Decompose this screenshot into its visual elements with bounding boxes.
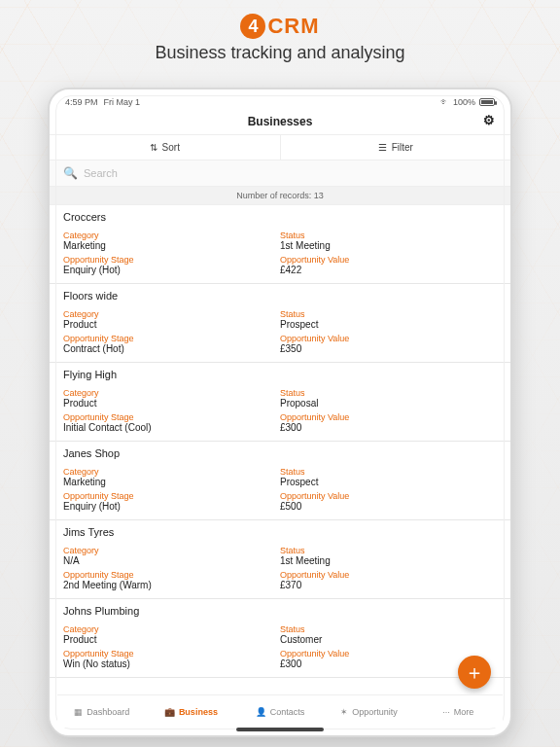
business-card[interactable]: CroccersCategoryMarketingStatus1st Meeti… (50, 205, 510, 284)
category-value: Product (63, 634, 280, 645)
value-label: Opportunity Value (280, 570, 497, 580)
status-value: Proposal (280, 398, 497, 409)
filter-button[interactable]: ☰ Filter (281, 135, 511, 160)
tab-dashboard-label: Dashboard (87, 707, 129, 717)
status-date: Fri May 1 (104, 97, 141, 107)
value-label: Opportunity Value (280, 491, 497, 501)
business-card[interactable]: Johns PlumbingCategoryProductStatusCusto… (50, 599, 510, 678)
stage-value: 2nd Meeting (Warm) (63, 580, 280, 590)
category-label: Category (63, 624, 280, 634)
device-volume-button (510, 208, 512, 247)
value-value: £350 (280, 343, 497, 354)
stage-label: Opportunity Stage (63, 334, 280, 343)
brand-logo-mark: 4 (240, 14, 265, 39)
brand-header: 4 CRM Business tracking and analysing (0, 0, 560, 63)
wifi-icon: ᯤ (440, 97, 449, 107)
business-list: CroccersCategoryMarketingStatus1st Meeti… (50, 205, 510, 678)
category-value: N/A (63, 555, 280, 566)
filter-icon: ☰ (378, 142, 387, 153)
opportunity-icon: ✶ (340, 707, 348, 717)
battery-icon (479, 98, 495, 106)
business-name: Floors wide (63, 290, 497, 302)
stage-label: Opportunity Stage (63, 491, 280, 501)
battery-pct: 100% (453, 97, 475, 107)
page-title: Businesses (248, 115, 313, 128)
search-input[interactable]: 🔍 Search (50, 160, 510, 187)
sort-icon: ⇅ (150, 142, 158, 153)
business-card[interactable]: Jims TyresCategoryN/AStatus1st MeetingOp… (50, 520, 510, 599)
category-label: Category (63, 388, 280, 398)
sort-button[interactable]: ⇅ Sort (50, 135, 281, 160)
tagline: Business tracking and analysing (0, 43, 560, 63)
stage-value: Enquiry (Hot) (63, 501, 280, 512)
business-name: Croccers (63, 211, 497, 223)
contact-icon: 👤 (256, 707, 266, 717)
category-label: Category (63, 467, 280, 477)
search-icon: 🔍 (63, 166, 78, 180)
value-value: £300 (280, 422, 497, 433)
tab-business-label: Business (179, 707, 218, 717)
stage-label: Opportunity Stage (63, 649, 280, 658)
status-time: 4:59 PM (65, 97, 98, 107)
sort-label: Sort (162, 142, 180, 153)
tab-more-label: More (454, 707, 474, 717)
status-value: Prospect (280, 477, 497, 487)
tab-business[interactable]: 💼 Business (147, 695, 236, 728)
tab-contacts[interactable]: 👤 Contacts (235, 695, 325, 728)
stage-value: Initial Contact (Cool) (63, 422, 280, 433)
briefcase-icon: 💼 (164, 707, 175, 717)
plus-icon: ＋ (465, 659, 484, 686)
brand-logo-text: CRM (267, 14, 319, 39)
device-frame: 4:59 PM Fri May 1 ᯤ 100% Businesses ⚙ ⇅ … (48, 88, 512, 737)
category-value: Marketing (63, 240, 280, 251)
record-count: Number of records: 13 (50, 187, 510, 205)
value-value: £422 (280, 265, 497, 275)
category-value: Marketing (63, 477, 280, 487)
stage-label: Opportunity Stage (63, 412, 280, 422)
tab-contacts-label: Contacts (270, 707, 305, 717)
stage-value: Enquiry (Hot) (63, 265, 280, 275)
value-value: £370 (280, 580, 497, 590)
value-label: Opportunity Value (280, 412, 497, 422)
home-indicator (236, 728, 324, 731)
business-card[interactable]: Floors wideCategoryProductStatusProspect… (50, 284, 510, 363)
stage-label: Opportunity Stage (63, 255, 280, 265)
status-value: 1st Meeting (280, 555, 497, 566)
status-value: Customer (280, 634, 497, 645)
business-name: Flying High (63, 369, 497, 380)
status-label: Status (280, 309, 497, 319)
category-label: Category (63, 546, 280, 555)
brand-logo: 4 CRM (240, 14, 319, 39)
category-label: Category (63, 309, 280, 319)
stage-value: Contract (Hot) (63, 343, 280, 354)
search-placeholder: Search (84, 167, 118, 179)
value-label: Opportunity Value (280, 255, 497, 265)
status-value: Prospect (280, 319, 497, 330)
status-bar: 4:59 PM Fri May 1 ᯤ 100% (50, 89, 510, 109)
category-value: Product (63, 319, 280, 330)
business-name: Jims Tyres (63, 526, 497, 538)
status-label: Status (280, 546, 497, 555)
status-label: Status (280, 624, 497, 634)
business-name: Johns Plumbing (63, 605, 497, 617)
stage-label: Opportunity Stage (63, 570, 280, 580)
value-label: Opportunity Value (280, 334, 497, 343)
device-side-button (510, 179, 512, 202)
settings-gear-icon[interactable]: ⚙ (483, 113, 495, 127)
tab-opportunity[interactable]: ✶ Opportunity (325, 695, 414, 728)
business-card[interactable]: Janes ShopCategoryMarketingStatusProspec… (50, 442, 510, 520)
page-title-bar: Businesses ⚙ (50, 109, 510, 134)
value-label: Opportunity Value (280, 649, 497, 658)
tab-more[interactable]: ··· More (413, 695, 503, 728)
tab-dashboard[interactable]: ▦ Dashboard (57, 695, 147, 728)
more-icon: ··· (442, 707, 450, 717)
filter-label: Filter (392, 142, 413, 153)
status-value: 1st Meeting (280, 240, 497, 251)
toolbar: ⇅ Sort ☰ Filter (50, 134, 510, 160)
business-name: Janes Shop (63, 447, 497, 459)
category-value: Product (63, 398, 280, 409)
add-business-fab[interactable]: ＋ (458, 656, 491, 689)
business-card[interactable]: Flying HighCategoryProductStatusProposal… (50, 363, 510, 442)
status-label: Status (280, 388, 497, 398)
tab-bar: ▦ Dashboard 💼 Business 👤 Contacts ✶ Oppo… (57, 694, 503, 728)
